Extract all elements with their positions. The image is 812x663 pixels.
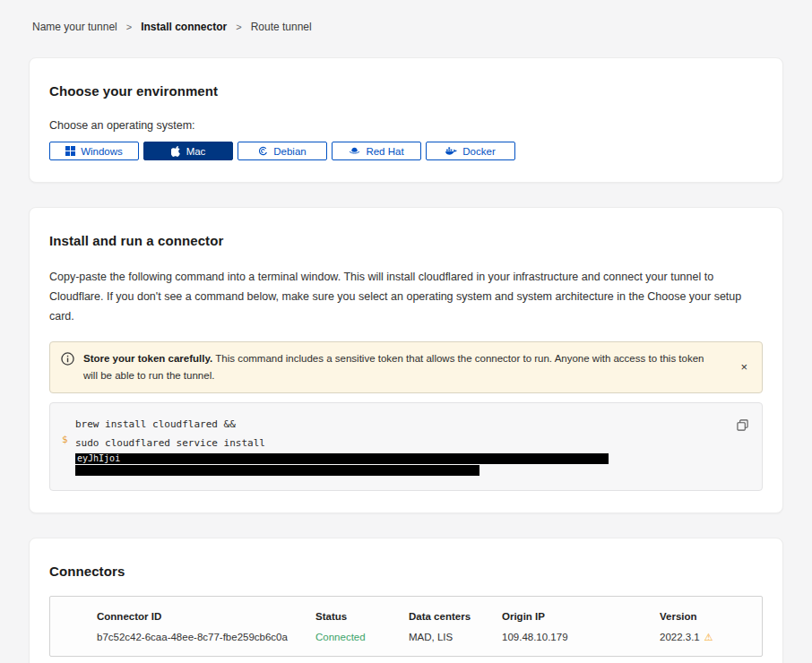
breadcrumb-separator: > xyxy=(236,22,241,32)
version-value: 2022.3.1 ⚠ xyxy=(660,632,762,643)
breadcrumb-separator: > xyxy=(126,22,132,32)
terminal-prompt: $ xyxy=(62,434,68,445)
page: Name your tunnel > Install connector > R… xyxy=(0,0,812,663)
breadcrumb-step-name-your-tunnel[interactable]: Name your tunnel xyxy=(32,21,117,33)
os-button-redhat[interactable]: Red Hat xyxy=(332,142,421,160)
token-prefix: eyJhIjoi xyxy=(77,453,120,463)
os-button-docker[interactable]: Docker xyxy=(426,142,515,160)
connector-id-value: b7c52c42-6caa-48ee-8c77-fbe259cb6c0a xyxy=(97,632,315,642)
token-warning-banner: Store your token carefully. This command… xyxy=(49,341,763,393)
os-button-label: Mac xyxy=(186,146,206,157)
environment-card: Choose your environment Choose an operat… xyxy=(29,57,783,183)
install-card: Install and run a connector Copy-paste t… xyxy=(29,207,783,513)
status-badge: Connected xyxy=(315,632,409,642)
token-warning-lead: Store your token carefully. xyxy=(83,353,212,364)
debian-icon xyxy=(258,146,268,156)
connectors-table-header: Connector ID Status Data centers Origin … xyxy=(97,611,762,622)
breadcrumb: Name your tunnel > Install connector > R… xyxy=(29,21,783,33)
os-button-label: Red Hat xyxy=(366,146,403,157)
breadcrumb-step-route-tunnel[interactable]: Route tunnel xyxy=(251,21,312,33)
os-button-row: Windows Mac Debian Red Hat xyxy=(49,142,763,160)
os-button-windows[interactable]: Windows xyxy=(49,142,139,160)
redhat-icon xyxy=(349,146,360,156)
docker-icon xyxy=(445,146,457,156)
token-warning-text: Store your token carefully. This command… xyxy=(83,350,728,384)
os-button-label: Windows xyxy=(81,146,123,157)
os-button-label: Debian xyxy=(273,146,306,157)
origin-ip-value: 109.48.10.179 xyxy=(502,632,660,642)
data-centers-value: MAD, LIS xyxy=(409,632,502,642)
table-row: b7c52c42-6caa-48ee-8c77-fbe259cb6c0a Con… xyxy=(97,632,762,643)
install-card-title: Install and run a connector xyxy=(49,233,763,248)
breadcrumb-step-install-connector[interactable]: Install connector xyxy=(141,21,227,33)
connectors-card: Connectors Connector ID Status Data cent… xyxy=(29,538,783,663)
os-select-label: Choose an operating system: xyxy=(49,119,763,132)
apple-icon xyxy=(171,145,181,157)
connectors-card-title: Connectors xyxy=(49,564,763,579)
close-icon[interactable]: × xyxy=(737,359,751,375)
redacted-token-bar: eyJhIjoi xyxy=(75,453,609,464)
command-line-1: brew install cloudflared && xyxy=(75,415,722,434)
windows-icon xyxy=(65,146,75,156)
info-icon xyxy=(61,352,74,369)
col-header-origin-ip: Origin IP xyxy=(502,611,660,622)
col-header-data-centers: Data centers xyxy=(409,611,502,622)
connectors-table: Connector ID Status Data centers Origin … xyxy=(49,596,763,657)
install-command-block: $ brew install cloudflared && sudo cloud… xyxy=(49,402,763,491)
os-button-debian[interactable]: Debian xyxy=(238,142,327,160)
os-button-label: Docker xyxy=(462,146,495,157)
redacted-token-bar xyxy=(75,465,479,476)
col-header-version: Version xyxy=(660,611,762,622)
environment-card-title: Choose your environment xyxy=(49,83,763,99)
col-header-status: Status xyxy=(315,611,409,622)
copy-icon[interactable] xyxy=(735,418,750,435)
command-token-line: eyJhIjoi xyxy=(75,452,722,464)
command-line-2: sudo cloudflared service install xyxy=(75,434,722,452)
version-number: 2022.3.1 xyxy=(660,632,700,642)
os-button-mac[interactable]: Mac xyxy=(143,142,233,160)
version-warning-icon: ⚠ xyxy=(704,632,713,643)
install-description: Copy-paste the following command into a … xyxy=(49,268,763,327)
col-header-connector-id: Connector ID xyxy=(97,611,315,622)
